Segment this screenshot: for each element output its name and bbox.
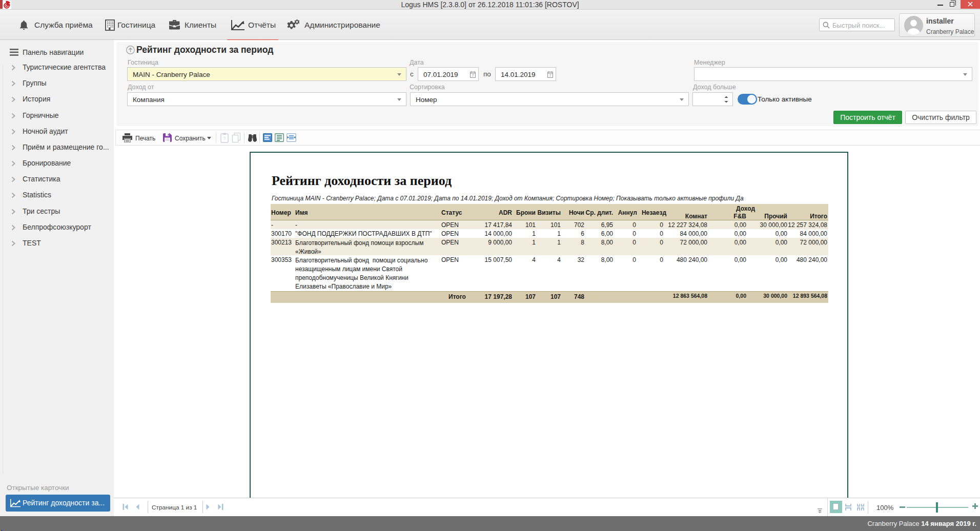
svg-text:7: 7 bbox=[472, 74, 474, 77]
svg-text:7: 7 bbox=[549, 74, 552, 77]
svg-text:?: ? bbox=[223, 136, 226, 141]
